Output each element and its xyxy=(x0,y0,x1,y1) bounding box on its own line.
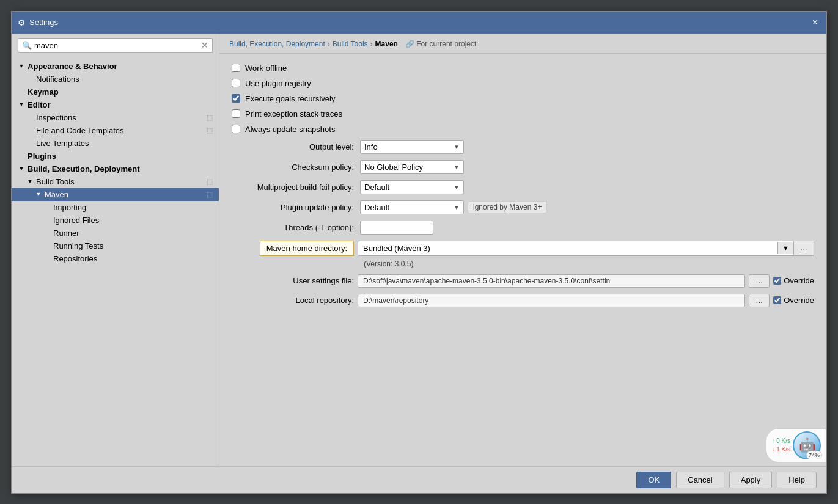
plugin-update-policy-dropdown[interactable]: Default ▼ xyxy=(360,200,464,214)
use-plugin-registry-checkbox[interactable] xyxy=(232,79,240,87)
breadcrumb-maven: Maven xyxy=(375,40,398,48)
title-bar-left: ⚙ Settings xyxy=(18,18,58,27)
sidebar-item-build-execution-deployment[interactable]: ▼ Build, Execution, Deployment xyxy=(12,163,219,175)
output-level-label: Output level: xyxy=(232,142,354,152)
sidebar-item-notifications[interactable]: Notifications xyxy=(12,73,219,86)
copy-icon-inspections: ⬚ xyxy=(207,114,213,122)
sidebar-item-plugins[interactable]: Plugins xyxy=(12,150,219,163)
multiproject-fail-label: Multiproject build fail policy: xyxy=(232,183,354,192)
output-level-value: Info xyxy=(364,142,451,152)
threads-label: Threads (-T option): xyxy=(232,223,354,232)
content-area: Build, Execution, Deployment › Build Too… xyxy=(219,34,826,466)
local-repository-browse-button[interactable]: … xyxy=(749,294,770,307)
local-repository-override-checkbox[interactable] xyxy=(773,296,781,304)
multiproject-fail-value: Default xyxy=(364,183,451,192)
apply-button[interactable]: Apply xyxy=(729,472,773,488)
sidebar-item-live-templates[interactable]: Live Templates xyxy=(12,137,219,150)
sidebar-item-maven[interactable]: ▼ Maven ⬚ xyxy=(12,188,219,201)
output-level-dropdown[interactable]: Info ▼ xyxy=(360,140,464,154)
search-input-wrap[interactable]: 🔍 ✕ xyxy=(18,38,213,53)
breadcrumb-build-tools[interactable]: Build Tools xyxy=(333,40,368,48)
maven-home-field: Bundled (Maven 3) ▼ … xyxy=(358,241,814,256)
use-plugin-registry-row: Use plugin registry xyxy=(232,79,814,88)
threads-control xyxy=(360,221,814,235)
sidebar-item-inspections[interactable]: Inspections ⬚ xyxy=(12,111,219,124)
avatar[interactable]: 🤖 74% xyxy=(793,431,821,459)
maven-home-dropdown-button[interactable]: ▼ xyxy=(777,242,793,254)
print-exception-checkbox[interactable] xyxy=(232,109,240,118)
work-offline-checkbox[interactable] xyxy=(232,64,240,72)
user-settings-browse-button[interactable]: … xyxy=(749,274,770,288)
execute-goals-checkbox[interactable] xyxy=(232,94,240,103)
ignored-by-maven-badge: ignored by Maven 3+ xyxy=(468,201,547,213)
sidebar-item-ignored-files[interactable]: Ignored Files xyxy=(12,214,219,227)
maven-version-note: (Version: 3.0.5) xyxy=(232,260,814,268)
breadcrumb-build-exec[interactable]: Build, Execution, Deployment xyxy=(229,40,325,48)
title-bar: ⚙ Settings × xyxy=(12,12,826,34)
sidebar-item-label: Repositories xyxy=(53,254,97,263)
sidebar-item-repositories[interactable]: Repositories xyxy=(12,252,219,265)
sidebar-item-label: Keymap xyxy=(28,87,59,97)
sidebar-item-label: Importing xyxy=(53,203,86,212)
execute-goals-label: Execute goals recursively xyxy=(245,94,335,103)
sidebar-item-running-tests[interactable]: Running Tests xyxy=(12,239,219,252)
sidebar-item-appearance[interactable]: ▼ Appearance & Behavior xyxy=(12,60,219,73)
print-exception-row: Print exception stack traces xyxy=(232,109,814,119)
always-update-label: Always update snapshots xyxy=(245,125,335,134)
user-settings-override-checkbox[interactable] xyxy=(773,277,781,285)
help-button[interactable]: Help xyxy=(777,472,817,488)
local-repository-input[interactable] xyxy=(358,294,745,307)
sidebar-item-editor[interactable]: ▼ Editor xyxy=(12,98,219,111)
dropdown-arrow-output: ▼ xyxy=(454,144,460,150)
copy-icon-file-templates: ⬚ xyxy=(207,126,213,134)
output-level-row: Output level: Info ▼ xyxy=(232,140,814,154)
maven-home-browse-button[interactable]: … xyxy=(793,241,814,255)
local-repository-row: Local repository: … Override xyxy=(232,294,814,307)
user-settings-label: User settings file: xyxy=(232,276,354,285)
multiproject-fail-dropdown[interactable]: Default ▼ xyxy=(360,180,464,194)
multiproject-fail-control: Default ▼ xyxy=(360,180,814,194)
clear-search-button[interactable]: ✕ xyxy=(201,41,208,49)
copy-icon-build-tools: ⬚ xyxy=(207,178,213,186)
maven-home-value: Bundled (Maven 3) xyxy=(358,241,777,255)
checksum-policy-dropdown[interactable]: No Global Policy ▼ xyxy=(360,160,464,174)
print-exception-label: Print exception stack traces xyxy=(245,109,342,119)
sidebar-item-label: Appearance & Behavior xyxy=(28,62,117,71)
maven-home-row: Maven home directory: Bundled (Maven 3) … xyxy=(232,241,814,256)
tree-arrow-editor: ▼ xyxy=(18,101,25,108)
checksum-policy-value: No Global Policy xyxy=(364,163,451,172)
sidebar-item-runner[interactable]: Runner xyxy=(12,227,219,239)
always-update-row: Always update snapshots xyxy=(232,125,814,134)
work-offline-label: Work offline xyxy=(245,64,287,73)
settings-tree: ▼ Appearance & Behavior Notifications Ke… xyxy=(12,57,219,466)
sidebar-item-file-and-code-templates[interactable]: File and Code Templates ⬚ xyxy=(12,124,219,137)
dialog-body: 🔍 ✕ ▼ Appearance & Behavior Notification… xyxy=(12,34,826,466)
search-input[interactable] xyxy=(34,41,199,50)
tree-arrow-maven: ▼ xyxy=(35,191,42,197)
network-widget: ↑ 0 K/s ↓ 1 K/s 🤖 74% xyxy=(766,428,826,462)
sidebar-item-importing[interactable]: Importing xyxy=(12,201,219,214)
multiproject-fail-row: Multiproject build fail policy: Default … xyxy=(232,180,814,194)
sidebar-item-label: Ignored Files xyxy=(53,216,99,225)
checksum-policy-label: Checksum policy: xyxy=(232,163,354,172)
plugin-update-policy-label: Plugin update policy: xyxy=(232,203,354,212)
maven-home-label: Maven home directory: xyxy=(260,241,354,256)
sidebar: 🔍 ✕ ▼ Appearance & Behavior Notification… xyxy=(12,34,219,466)
breadcrumb-sep-2: › xyxy=(370,40,373,48)
checksum-policy-row: Checksum policy: No Global Policy ▼ xyxy=(232,160,814,174)
user-settings-override-wrap: Override xyxy=(773,276,814,285)
threads-input[interactable] xyxy=(360,221,433,235)
local-repository-override-label: Override xyxy=(784,296,814,305)
always-update-checkbox[interactable] xyxy=(232,125,240,133)
search-icon: 🔍 xyxy=(22,41,32,50)
user-settings-input[interactable] xyxy=(358,274,745,288)
local-repository-label: Local repository: xyxy=(232,296,354,305)
close-button[interactable]: × xyxy=(810,16,820,29)
sidebar-item-keymap[interactable]: Keymap xyxy=(12,86,219,98)
ok-button[interactable]: OK xyxy=(636,472,671,488)
breadcrumb-note: 🔗 For current project xyxy=(405,40,476,48)
cancel-button[interactable]: Cancel xyxy=(676,472,724,488)
work-offline-row: Work offline xyxy=(232,64,814,73)
sidebar-item-label: Runner xyxy=(53,228,79,238)
sidebar-item-build-tools[interactable]: ▼ Build Tools ⬚ xyxy=(12,175,219,188)
